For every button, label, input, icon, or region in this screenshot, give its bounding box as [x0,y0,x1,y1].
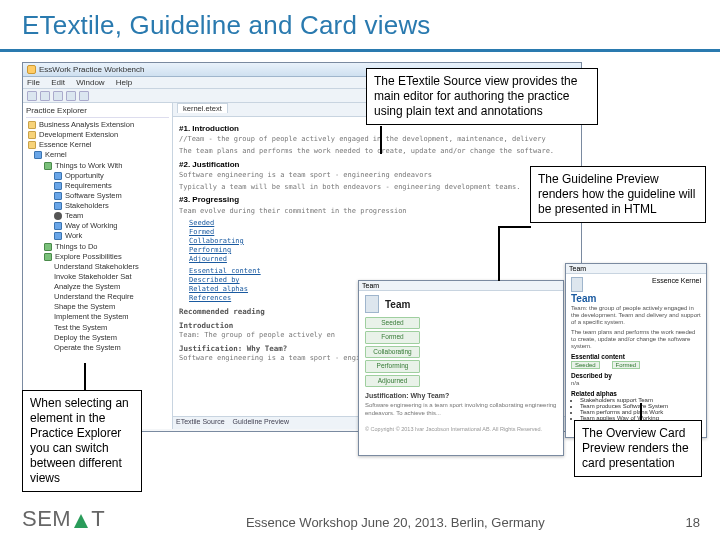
practice-explorer[interactable]: Practice Explorer Business Analysis Exte… [23,103,173,429]
state-pill: Formed [612,361,641,369]
section-label: Described by [566,370,706,379]
tree-item: Essence Kernel [26,140,169,150]
card-icon [365,295,379,313]
callout-pointer [498,226,500,281]
guideline-sub: Justification: Why Team? [365,391,557,400]
page-number: 18 [686,515,700,532]
overview-title: Team [566,293,706,304]
slide-footer: SEM T Essence Workshop June 20, 2013. Be… [0,492,720,540]
stage-pill: Seeded [365,317,420,329]
stage-pill: Adjourned [365,375,420,387]
guideline-preview-panel: Team Team Seeded Formed Collaborating Pe… [358,280,564,456]
link[interactable]: Essential content [179,267,575,276]
tree-item: Team [26,211,169,221]
tree-item: Stakeholders [26,201,169,211]
footer-text: Essence Workshop June 20, 2013. Berlin, … [105,515,685,532]
guideline-title: Team [385,298,410,311]
tree-item: Things to Work With [26,161,169,171]
overview-card-panel: Team Essence Kernel Team Team: the group… [565,263,707,438]
text-line: //Team - the group of people actively en… [179,135,575,144]
tree-item: Invoke Stakeholder Sat [26,272,169,282]
tree-item: Deploy the System [26,333,169,343]
logo-triangle-icon [72,510,90,528]
tree-item: Shape the System [26,302,169,312]
link[interactable]: Formed [179,228,575,237]
slide-title: ETextile, Guideline and Card views [22,10,720,41]
tree-item: Test the System [26,323,169,333]
tree-item: Way of Working [26,221,169,231]
kernel-label: Essence Kernel [652,277,701,292]
tree-item: Work [26,231,169,241]
callout-pointer [498,226,531,228]
tree-item: Implement the System [26,312,169,322]
editor-tab[interactable]: kernel.etext [177,103,228,113]
menu-help[interactable]: Help [116,78,132,87]
overview-bullets: Stakeholders support Team Team produces … [566,397,706,421]
state-pill: Seeded [571,361,600,369]
text-line: Typically a team will be small in both e… [179,183,575,192]
link[interactable]: Collaborating [179,237,575,246]
semat-logo: SEM T [22,506,105,532]
link[interactable]: Adjourned [179,255,575,264]
callout-pointer [640,403,642,421]
explorer-title: Practice Explorer [26,105,169,118]
toolbar-button[interactable] [40,91,50,101]
explorer-tree[interactable]: Business Analysis Extension Development … [26,120,169,353]
toolbar-button[interactable] [27,91,37,101]
card-icon [571,277,583,292]
toolbar-button[interactable] [66,91,76,101]
tab-etextile-source[interactable]: ETextile Source [176,418,225,425]
link[interactable]: Performing [179,246,575,255]
guideline-body-text: Software engineering is a team sport inv… [365,402,557,418]
tree-item: Analyze the System [26,282,169,292]
menu-window[interactable]: Window [76,78,104,87]
tree-item: Kernel [26,150,169,160]
heading: #2. Justification [179,160,575,170]
logo-text: SEM [22,506,71,532]
text-line: Software engineering is a team sport - e… [179,171,575,180]
na-label: n/a [566,379,706,388]
tree-item: Understand Stakeholders [26,262,169,272]
tree-item: Business Analysis Extension [26,120,169,130]
copyright: © Copyright © 2013 Ivar Jacobson Interna… [365,426,557,433]
slide-stage: EssWork Practice Workbench File Edit Win… [0,58,720,488]
slide-title-bar: ETextile, Guideline and Card views [0,0,720,52]
stage-pill: Performing [365,360,420,372]
overview-desc2: The team plans and performs the work nee… [566,328,706,352]
menu-file[interactable]: File [27,78,40,87]
section-label: Related alphas [566,388,706,397]
tree-item: Requirements [26,181,169,191]
tab-guideline-preview[interactable]: Guideline Preview [233,418,289,425]
menu-edit[interactable]: Edit [51,78,65,87]
guideline-tab[interactable]: Team [359,281,563,291]
app-icon [27,65,36,74]
callout-explorer: When selecting an element in the Practic… [22,390,142,492]
tree-item: Operate the System [26,343,169,353]
callout-source-view: The ETextile Source view provides the ma… [366,68,598,125]
stage-pill: Collaborating [365,346,420,358]
logo-text: T [91,506,105,532]
tree-item: Opportunity [26,171,169,181]
guideline-stages: Seeded Formed Collaborating Performing A… [365,317,557,387]
overview-desc: Team: the group of people actively engag… [566,304,706,328]
tree-item: Understand the Require [26,292,169,302]
text-line: Team evolve during their commitment in t… [179,207,575,216]
toolbar-button[interactable] [53,91,63,101]
text-line: The team plans and performs the work nee… [179,147,575,156]
overview-tab[interactable]: Team [566,264,706,274]
toolbar-button[interactable] [79,91,89,101]
callout-pointer [84,363,86,391]
tree-item: Software System [26,191,169,201]
callout-overview-card: The Overview Card Preview renders the ca… [574,420,702,477]
section-label: Essential content [566,351,706,360]
tree-item: Development Extension [26,130,169,140]
callout-pointer [380,126,382,154]
heading: #1. Introduction [179,124,575,134]
heading: #3. Progressing [179,195,575,205]
callout-guideline-preview: The Guideline Preview renders how the gu… [530,166,706,223]
stage-pill: Formed [365,331,420,343]
tree-item: Explore Possibilities [26,252,169,262]
tree-item: Things to Do [26,242,169,252]
ide-window-title: EssWork Practice Workbench [39,65,145,74]
